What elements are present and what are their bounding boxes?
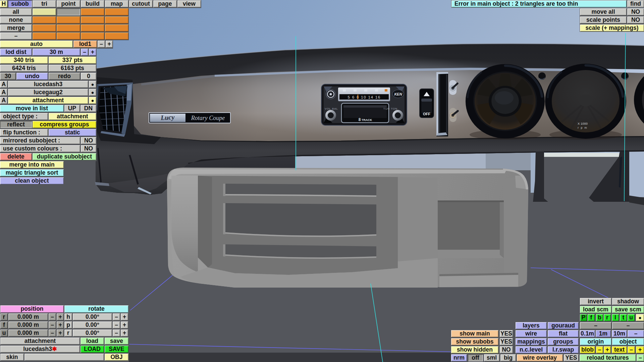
svg-text:8 TRACK: 8 TRACK <box>359 117 372 122</box>
svg-text:KEN: KEN <box>394 92 402 96</box>
svg-text:Rotary Coupe: Rotary Coupe <box>191 115 225 121</box>
svg-text:r p m: r p m <box>578 126 587 129</box>
svg-text:OFF: OFF <box>423 112 430 116</box>
svg-text:VOL BAL: VOL BAL <box>325 107 338 110</box>
svg-text:Lucy: Lucy <box>160 113 175 122</box>
svg-text:TUN TON: TUN TON <box>383 107 397 110</box>
svg-text:5 6 8 10 14 16: 5 6 8 10 14 16 <box>348 95 381 99</box>
svg-text:X 1000: X 1000 <box>578 122 588 125</box>
